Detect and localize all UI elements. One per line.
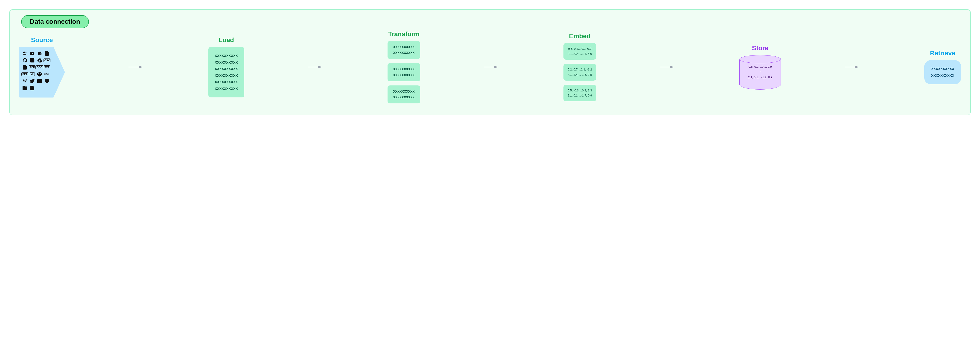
html-icon: HTML — [44, 72, 50, 77]
store-cylinder: 0.5, 0.2....0.1, 0.9 : 2.1, 0.1....-1.7,… — [740, 55, 781, 89]
chunk-line: XXXXXXXXXX — [393, 66, 414, 72]
stage-label-embed: Embed — [569, 32, 590, 40]
diagram-container: Data connection Source CSV PDF DOC TXT P… — [9, 9, 971, 115]
store-line: 2.1, 0.1....-1.7, 0.9 — [743, 75, 777, 80]
github-icon — [22, 57, 28, 63]
stage-label-transform: Transform — [388, 30, 420, 38]
load-line: XXXXXXXXXX — [215, 72, 238, 79]
load-line: XXXXXXXXXX — [215, 59, 238, 66]
store-line: 0.5, 0.2....0.1, 0.9 — [743, 64, 777, 69]
chunk-line: XXXXXXXXXX — [393, 72, 414, 78]
arrow-5 — [845, 65, 861, 69]
diagram-title: Data connection — [30, 18, 80, 25]
embed-vectors: 0.5, 0.2....0.1, 0.9 -0.1, 0.4....1.4, 5… — [563, 43, 596, 101]
stage-load: Load XXXXXXXXXX XXXXXXXXXX XXXXXXXXXX XX… — [208, 37, 244, 97]
chunk-line: XXXXXXXXXX — [393, 89, 414, 94]
transform-chunks: XXXXXXXXXX XXXXXXXXXX XXXXXXXXXX XXXXXXX… — [388, 41, 420, 103]
vector-line: -0.1, 0.4....1.4, 5.9 — [568, 51, 592, 56]
stage-label-load: Load — [218, 37, 234, 44]
pdf-icon: PDF — [29, 64, 35, 70]
doc-icon — [22, 64, 28, 70]
embed-vector: 0.2, 0.7....2.1, -1.2 4.1, 3.4....-1.5, … — [563, 64, 596, 80]
transform-chunk: XXXXXXXXXX XXXXXXXXXX — [388, 41, 420, 59]
stage-store: Store 0.5, 0.2....0.1, 0.9 : 2.1, 0.1...… — [740, 45, 781, 89]
stage-label-store: Store — [752, 45, 768, 52]
diagram-title-badge: Data connection — [21, 15, 89, 28]
twitter-icon — [29, 78, 35, 84]
image-icon — [29, 57, 35, 63]
txt-icon: TXT — [44, 64, 50, 70]
discord-icon — [37, 51, 42, 56]
load-box: XXXXXXXXXX XXXXXXXXXX XXXXXXXXXX XXXXXXX… — [208, 47, 244, 97]
file-icon — [44, 51, 50, 56]
chunk-line: XXXXXXXXXX — [393, 50, 414, 56]
arrow-2 — [308, 65, 324, 69]
codepen-icon — [37, 72, 42, 77]
slack-icon — [22, 51, 28, 56]
chunk-line: XXXXXXXXXX — [393, 94, 414, 100]
vector-line: 0.5, 0.2....0.1, 0.9 — [568, 46, 592, 51]
chunk-line: XXXXXXXXXX — [393, 44, 414, 50]
store-line: : — [743, 69, 777, 75]
gdrive-icon — [37, 57, 42, 63]
arrow-4 — [660, 65, 676, 69]
vector-line: 5.5, -0.3....0.8, 2.3 — [568, 88, 592, 93]
stage-label-retrieve: Retrieve — [930, 49, 956, 57]
folder-icon — [22, 85, 28, 91]
ppt-icon: PPT — [22, 72, 28, 77]
load-line: XXXXXXXXXX — [215, 66, 238, 72]
load-line: XXXXXXXXXX — [215, 53, 238, 59]
wikipedia-icon: W — [22, 78, 28, 84]
doc2-icon: DOC — [37, 64, 42, 70]
vector-line: 4.1, 3.4....-1.5, 2.5 — [568, 72, 592, 77]
svg-point-2 — [31, 59, 32, 60]
shield-icon — [44, 78, 50, 84]
transform-chunk: XXXXXXXXXX XXXXXXXXXX — [388, 63, 420, 81]
transform-chunk: XXXXXXXXXX XXXXXXXXXX — [388, 86, 420, 103]
arrow-1 — [129, 65, 145, 69]
pipeline-row: Source CSV PDF DOC TXT PPT M↓ HTML W — [19, 30, 961, 103]
vector-line: 2.1, 0.1....-1.7, 0.9 — [568, 93, 592, 98]
retrieve-box: XXXXXXXXXX XXXXXXXXXX — [924, 60, 961, 84]
csv-icon: CSV — [44, 57, 50, 63]
youtube-icon — [29, 51, 35, 56]
retrieve-line: XXXXXXXXXX — [931, 66, 954, 72]
file2-icon — [29, 85, 35, 91]
md-icon: M↓ — [29, 72, 35, 77]
arrow-3 — [484, 65, 500, 69]
embed-vector: 0.5, 0.2....0.1, 0.9 -0.1, 0.4....1.4, 5… — [563, 43, 596, 60]
stage-retrieve: Retrieve XXXXXXXXXX XXXXXXXXXX — [924, 49, 961, 84]
embed-vector: 5.5, -0.3....0.8, 2.3 2.1, 0.1....-1.7, … — [563, 85, 596, 101]
vector-line: 0.2, 0.7....2.1, -1.2 — [568, 67, 592, 72]
retrieve-line: XXXXXXXXXX — [931, 72, 954, 79]
stage-source: Source CSV PDF DOC TXT PPT M↓ HTML W — [19, 37, 65, 98]
stage-embed: Embed 0.5, 0.2....0.1, 0.9 -0.1, 0.4....… — [563, 32, 596, 101]
load-line: XXXXXXXXXX — [215, 86, 238, 92]
mail-icon — [37, 78, 42, 84]
stage-transform: Transform XXXXXXXXXX XXXXXXXXXX XXXXXXXX… — [388, 30, 420, 103]
stage-label-source: Source — [31, 37, 53, 44]
load-line: XXXXXXXXXX — [215, 79, 238, 86]
source-shape: CSV PDF DOC TXT PPT M↓ HTML W — [19, 47, 65, 98]
